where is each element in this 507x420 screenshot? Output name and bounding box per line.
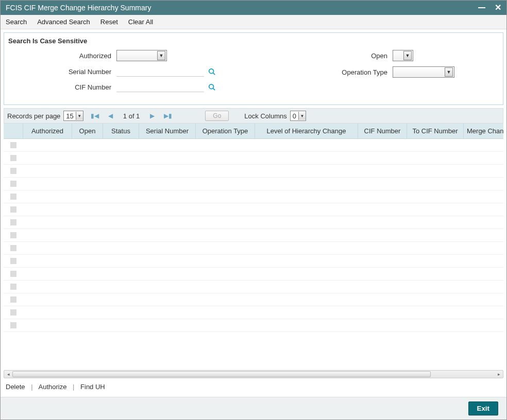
svg-line-1 — [213, 73, 215, 75]
table-row[interactable] — [4, 152, 503, 165]
go-button[interactable]: Go — [205, 111, 229, 121]
table-row[interactable] — [4, 139, 503, 152]
records-per-page-value: 15 — [66, 112, 73, 120]
checkbox-icon — [10, 155, 16, 161]
records-per-page-select[interactable]: 15 ▼ — [63, 111, 83, 121]
lock-columns-label: Lock Columns — [244, 112, 286, 120]
checkbox-icon — [10, 219, 16, 225]
row-checkbox[interactable] — [4, 245, 23, 251]
lock-columns: Lock Columns 0 ▼ — [244, 111, 306, 121]
table-row[interactable] — [4, 242, 503, 255]
prev-page-button[interactable]: ◀ — [106, 112, 115, 119]
cif-number-label: CIF Number — [8, 83, 116, 91]
action-delete[interactable]: Delete — [6, 383, 25, 391]
lock-columns-select[interactable]: 0 ▼ — [290, 111, 306, 121]
menu-advanced-search[interactable]: Advanced Search — [37, 18, 90, 26]
row-checkbox[interactable] — [4, 142, 23, 148]
row-checkbox[interactable] — [4, 309, 23, 316]
checkbox-icon — [10, 232, 16, 238]
operation-type-label: Operation Type — [254, 68, 393, 76]
row-checkbox[interactable] — [4, 219, 23, 225]
last-page-button[interactable]: ▶▮ — [162, 112, 174, 119]
separator: | — [31, 383, 32, 391]
row-checkbox[interactable] — [4, 296, 23, 303]
column-operation-type[interactable]: Operation Type — [196, 124, 255, 138]
table-row[interactable] — [4, 190, 503, 203]
column-level-of-hierarchy-change[interactable]: Level of Hierarchy Change — [255, 124, 358, 138]
search-panel: Search Is Case Sensitive Authorized ▼ Se… — [4, 32, 503, 105]
field-operation-type: Operation Type ▼ — [254, 66, 499, 78]
open-select[interactable]: ▼ — [393, 50, 413, 61]
operation-type-select[interactable]: ▼ — [393, 66, 454, 78]
cif-number-input[interactable] — [116, 82, 204, 92]
row-checkbox[interactable] — [4, 271, 23, 277]
next-page-button[interactable]: ▶ — [148, 112, 157, 119]
row-checkbox[interactable] — [4, 194, 23, 200]
column-to-cif-number[interactable]: To CIF Number — [407, 124, 464, 138]
column-checkbox[interactable] — [4, 124, 23, 138]
column-open[interactable]: Open — [72, 124, 103, 138]
minimize-icon[interactable] — [478, 7, 485, 8]
table-row[interactable] — [4, 319, 503, 332]
row-checkbox[interactable] — [4, 181, 23, 187]
checkbox-icon — [10, 206, 16, 213]
serial-number-label: Serial Number — [8, 68, 116, 76]
serial-number-input[interactable] — [116, 66, 204, 77]
checkbox-icon — [10, 168, 16, 174]
lock-columns-value: 0 — [293, 112, 296, 120]
table-row[interactable] — [4, 203, 503, 216]
menu-search[interactable]: Search — [6, 18, 27, 26]
table-row[interactable] — [4, 293, 503, 306]
table-row[interactable] — [4, 229, 503, 242]
column-status[interactable]: Status — [103, 124, 139, 138]
exit-button[interactable]: Exit — [468, 401, 498, 415]
table-row[interactable] — [4, 165, 503, 178]
scrollbar-thumb[interactable] — [12, 371, 431, 377]
records-per-page: Records per page 15 ▼ — [7, 111, 83, 121]
action-find-uh[interactable]: Find UH — [80, 383, 105, 391]
column-merge-change[interactable]: Merge Chang — [464, 124, 503, 138]
search-panel-heading: Search Is Case Sensitive — [8, 37, 499, 45]
row-checkbox[interactable] — [4, 284, 23, 290]
table-row[interactable] — [4, 216, 503, 229]
column-authorized[interactable]: Authorized — [23, 124, 72, 138]
table-row[interactable] — [4, 306, 503, 319]
table-row[interactable] — [4, 255, 503, 268]
column-serial-number[interactable]: Serial Number — [139, 124, 196, 138]
window-controls: ✕ — [478, 4, 501, 12]
authorized-select[interactable]: ▼ — [116, 50, 167, 61]
separator: | — [73, 383, 74, 391]
dropdown-arrow-icon: ▼ — [157, 51, 165, 60]
table-row[interactable] — [4, 281, 503, 293]
menu-clear-all[interactable]: Clear All — [128, 18, 153, 26]
cif-number-search-icon[interactable] — [208, 83, 215, 91]
svg-point-0 — [209, 69, 214, 74]
row-checkbox[interactable] — [4, 322, 23, 328]
row-checkbox[interactable] — [4, 206, 23, 213]
checkbox-icon — [10, 296, 16, 303]
checkbox-icon — [10, 271, 16, 277]
column-cif-number[interactable]: CIF Number — [358, 124, 407, 138]
scroll-right-icon[interactable]: ▸ — [495, 371, 502, 378]
table-row[interactable] — [4, 178, 503, 190]
first-page-button[interactable]: ▮◀ — [89, 112, 101, 119]
horizontal-scrollbar[interactable]: ◂ ▸ — [4, 370, 503, 379]
row-checkbox[interactable] — [4, 232, 23, 238]
pagination-bar: Records per page 15 ▼ ▮◀ ◀ 1 of 1 ▶ ▶▮ G… — [4, 108, 503, 124]
action-authorize[interactable]: Authorize — [39, 383, 67, 391]
row-checkbox[interactable] — [4, 258, 23, 264]
checkbox-icon — [10, 284, 16, 290]
checkbox-icon — [10, 194, 16, 200]
row-checkbox[interactable] — [4, 155, 23, 161]
serial-number-search-icon[interactable] — [208, 68, 215, 75]
close-icon[interactable]: ✕ — [495, 4, 501, 12]
checkbox-icon — [10, 245, 16, 251]
checkbox-icon — [10, 322, 16, 328]
row-checkbox[interactable] — [4, 168, 23, 174]
table-row[interactable] — [4, 268, 503, 281]
scroll-left-icon[interactable]: ◂ — [5, 371, 12, 378]
field-cif-number: CIF Number — [8, 82, 254, 92]
field-open: Open ▼ — [254, 50, 499, 61]
checkbox-icon — [10, 181, 16, 187]
menu-reset[interactable]: Reset — [100, 18, 118, 26]
